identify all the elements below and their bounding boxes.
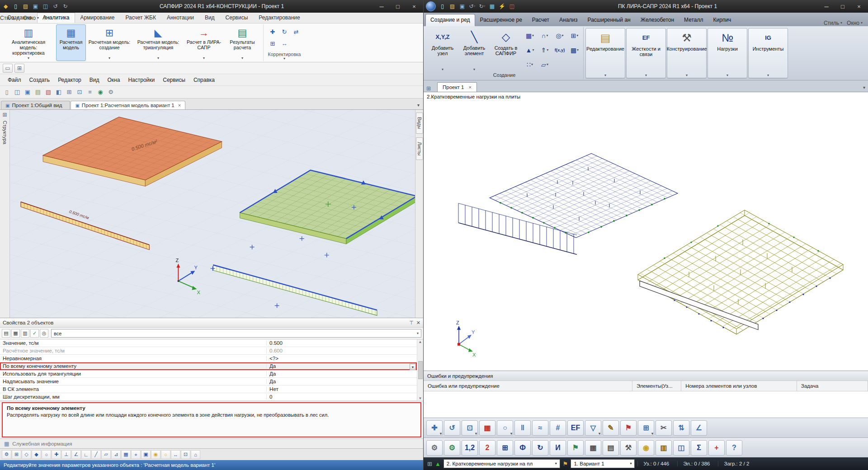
minimize-button[interactable]: ─ <box>373 1 390 12</box>
errors-column-header[interactable]: Ошибка или предупреждение <box>424 381 632 391</box>
report-icon[interactable]: ▤ <box>603 440 619 456</box>
property-row[interactable]: Использовать для триангуляции Да <box>0 370 417 378</box>
local-axes-icon[interactable]: Ф <box>514 440 531 456</box>
ribbon-tab[interactable]: Расширенное ре <box>475 14 527 26</box>
properties-scrollbar[interactable]: ▲ ▼ <box>417 339 423 401</box>
lightning-icon[interactable]: ⚡ <box>497 2 507 11</box>
sum-icon[interactable]: Σ <box>691 440 707 456</box>
paste-icon[interactable]: ▤ <box>33 87 43 97</box>
generate-plate-icon[interactable]: ⊞ <box>567 28 582 42</box>
model-grid-icon[interactable]: ⊞ <box>427 461 432 467</box>
flag-icon[interactable]: ⚑ <box>620 420 637 436</box>
property-row[interactable]: В СК элемента Нет <box>0 385 417 393</box>
sapfir-3d-viewport[interactable]: 0.500 тс/м² 0.500 тс/м <box>10 110 415 318</box>
close-button[interactable]: × <box>851 1 867 12</box>
block-scheme-icon[interactable]: ▱ <box>538 57 552 71</box>
open-document-icon[interactable]: ▨ <box>21 2 30 11</box>
property-row[interactable]: Неравномерная <?> <box>0 355 417 362</box>
snap-ortho-icon[interactable]: ∟ <box>81 450 91 459</box>
design-button[interactable]: ⚒ Конструирование <box>667 28 707 78</box>
snap-face-icon[interactable]: ▱ <box>101 450 111 459</box>
tab-list-chevron-icon[interactable]: ▾ <box>860 85 868 92</box>
node-numbers-icon[interactable]: 1,2 <box>462 440 478 456</box>
new-document-icon[interactable]: ▯ <box>11 2 20 11</box>
menu-item[interactable]: Вид <box>85 75 104 85</box>
snap-edge-icon[interactable]: ╱ <box>91 450 101 459</box>
rotate-icon[interactable]: ↻ <box>279 26 290 37</box>
design-model-triangulation-button[interactable]: ◣ Расчетная модель: триангуляция <box>133 24 184 61</box>
scale-icon[interactable]: ⊞ <box>267 38 278 49</box>
calc-in-lira-button[interactable]: → Расчет в ЛИРА-САПР <box>184 24 223 61</box>
snap-settings-icon[interactable]: ⚙ <box>2 450 11 459</box>
generate-arch-icon[interactable]: ∩ <box>538 28 552 42</box>
orbit-icon[interactable]: ↺ <box>444 420 460 436</box>
axes-cross-icon[interactable]: + <box>708 440 725 456</box>
menu-item[interactable]: Окна <box>104 75 124 85</box>
app-logo-icon[interactable]: ◆ <box>1 2 10 11</box>
ribbon-tab[interactable]: Расчет <box>527 14 554 26</box>
properties-filter-select[interactable]: все <box>51 329 421 338</box>
fragment-icon[interactable]: ⊞ <box>638 420 654 436</box>
mesh-refine-icon[interactable]: ▩ <box>567 43 582 57</box>
property-row[interactable]: По всему конечному элементу Да <box>0 362 417 370</box>
book-icon[interactable]: ▥ <box>656 440 672 456</box>
pencil-icon[interactable]: ✎ <box>603 420 619 436</box>
property-value[interactable]: Да <box>267 363 417 369</box>
stiffness-display-icon[interactable]: И <box>550 440 566 456</box>
snap-grid-icon[interactable]: ⊞ <box>12 450 21 459</box>
visibility-icon[interactable]: ◉ <box>95 87 105 97</box>
import-dxf-icon[interactable]: ⇑ <box>538 43 552 57</box>
element-numbers-icon[interactable]: 2 <box>479 440 495 456</box>
document-tab[interactable]: ▣ Проект 1:Общий вид <box>1 101 70 109</box>
property-value[interactable]: Да <box>267 379 417 384</box>
settings-gears-icon[interactable]: ⚙ <box>426 440 443 456</box>
close-tab-icon[interactable]: × <box>178 103 181 108</box>
window-menu-item[interactable]: Окно <box>847 20 863 26</box>
pan-icon[interactable]: ✚ <box>426 420 443 436</box>
document-tab[interactable]: ▣ Проект 1:Расчетная модель вариант 1 × <box>71 101 185 109</box>
pin-icon[interactable]: ⊤ <box>409 320 414 326</box>
measure-icon[interactable]: ↔ <box>171 450 180 459</box>
ellipse-tool-icon[interactable]: ○ <box>497 420 513 436</box>
menu-item[interactable]: Справка <box>189 75 219 85</box>
save-icon[interactable]: ▣ <box>31 2 40 11</box>
close-button[interactable]: × <box>406 1 422 12</box>
variant-select[interactable]: 1. Вариант 1 <box>571 459 635 468</box>
new-document-icon[interactable]: ▯ <box>438 2 447 11</box>
loads-button[interactable]: № Нагрузки <box>708 28 747 78</box>
ribbon-tab[interactable]: Кирпич <box>708 14 736 26</box>
property-value[interactable]: 0.600 <box>267 348 417 353</box>
help-icon[interactable]: ? <box>726 440 742 456</box>
fit-view-icon[interactable]: ⊡ <box>75 87 85 97</box>
property-row[interactable]: Расчётное значение, тс/м 0.600 <box>0 347 417 355</box>
close-panel-icon[interactable]: ✕ <box>416 320 420 326</box>
window-menu-item[interactable]: ? <box>43 15 50 21</box>
angle-icon[interactable]: ∠ <box>691 420 707 436</box>
snap-triangle-icon[interactable]: ⊿ <box>111 450 121 459</box>
save-icon[interactable]: ▣ <box>458 2 467 11</box>
lira-3d-scene[interactable]: Z Y X <box>424 92 868 371</box>
menu-item[interactable]: Редактор <box>54 75 85 85</box>
ribbon-tab[interactable]: Вид <box>199 13 220 23</box>
design-model-button[interactable]: ▦ Расчетная модель <box>56 24 86 61</box>
axes-icon[interactable]: + <box>131 450 141 459</box>
service-info-section[interactable]: ▦ Служебная информация <box>0 438 423 448</box>
triangulation-icon[interactable]: ▲ <box>523 43 537 57</box>
document-tab[interactable]: Проект 1 × <box>437 82 477 92</box>
window-menu-item[interactable]: Стиль <box>0 15 19 21</box>
surface-function-button[interactable]: f(x,y) <box>552 43 567 57</box>
maximize-button[interactable]: □ <box>835 1 851 12</box>
ribbon-tab[interactable]: Армирование <box>75 13 120 23</box>
columns-icon[interactable]: ‖ <box>514 420 531 436</box>
settings-icon[interactable]: ⚙ <box>106 87 116 97</box>
value-dropdown-icon[interactable] <box>410 364 416 370</box>
bulb-icon[interactable]: ◉ <box>638 440 654 456</box>
stiffness-button[interactable]: EF Жесткости и связи <box>626 28 666 78</box>
property-value[interactable]: <?> <box>267 356 417 361</box>
window-menu-item[interactable]: Стиль <box>824 20 842 26</box>
hatch-grid-icon[interactable]: # <box>550 420 566 436</box>
errors-column-header[interactable]: Задача <box>797 381 868 391</box>
frame-icon[interactable]: ⊡ <box>181 450 190 459</box>
ribbon-tab[interactable]: Железобетон <box>636 14 679 26</box>
window-split-icon[interactable]: ◧ <box>54 87 64 97</box>
